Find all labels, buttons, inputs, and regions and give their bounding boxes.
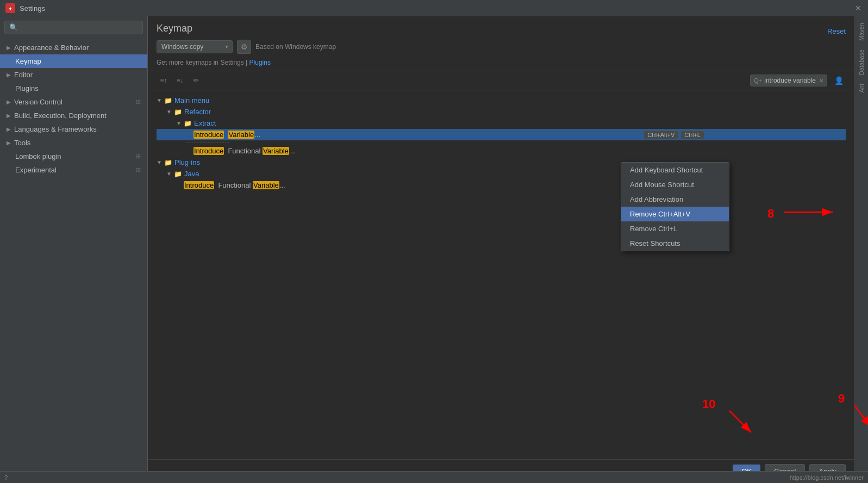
plugins-link[interactable]: Plugins (249, 59, 271, 66)
based-on-text: Based on Windows keymap (255, 43, 336, 51)
right-panel: Maven Database Ant (854, 16, 868, 483)
toolbar-btn-2[interactable]: ≡↓ (173, 75, 187, 86)
toolbar: ≡↑ ≡↓ ✏ Q+ introduce variable ✕ 👤 (148, 71, 854, 90)
context-menu-add-mouse[interactable]: Add Mouse Shortcut (621, 177, 729, 192)
sidebar-nav: ▶ Appearance & Behavior Keymap ▶ Editor … (0, 39, 147, 483)
folder-icon: 📁 (164, 97, 172, 104)
tree-node-introduce-variable[interactable]: Introduce Variable... Ctrl+Alt+V Ctrl+L (157, 129, 846, 140)
window-title: Settings (20, 4, 854, 13)
context-menu-reset-shortcuts[interactable]: Reset Shortcuts (621, 236, 729, 251)
help-icon[interactable]: ? (4, 474, 8, 481)
tree-node-introduce-functional2[interactable]: Introduce Functional Variable... (157, 179, 846, 191)
toolbar-btn-1[interactable]: ≡↑ (157, 75, 171, 86)
content-area: Keymap Reset Windows copy ⚙ Based on Win… (148, 16, 854, 483)
search-clear-button[interactable]: ✕ (819, 78, 823, 84)
sidebar-search[interactable]: 🔍 (4, 21, 143, 34)
keymap-dropdown[interactable]: Windows copy (157, 40, 233, 53)
shortcut-badge-ctrl-alt-v: Ctrl+Alt+V (644, 131, 678, 139)
tree-label-introduce-functional2: Introduce Functional Variable... (184, 181, 285, 189)
right-panel-tab-database[interactable]: Database (857, 45, 866, 79)
reset-link[interactable]: Reset (827, 27, 846, 35)
sidebar-item-build[interactable]: ▶ Build, Execution, Deployment (0, 109, 147, 122)
status-bar: ? https://blog.csdn.net/iwinner (0, 471, 868, 483)
sidebar: 🔍 ▶ Appearance & Behavior Keymap ▶ Edito… (0, 16, 148, 483)
folder-icon-refactor: 📁 (174, 108, 182, 116)
sidebar-search-input[interactable] (20, 24, 138, 32)
status-url: https://blog.csdn.net/iwinner (790, 474, 864, 481)
tree-label-main-menu: Main menu (174, 96, 209, 104)
sidebar-item-appearance[interactable]: ▶ Appearance & Behavior (0, 41, 147, 54)
plugins-link-text: Get more keymaps in Settings | (157, 59, 249, 66)
shortcut-badge-ctrl-l: Ctrl+L (680, 131, 704, 139)
tree-label-plugins: Plug-ins (174, 158, 200, 166)
sidebar-item-languages[interactable]: ▶ Languages & Frameworks (0, 122, 147, 136)
tree-node-extract[interactable]: ▼ 📁 Extract (157, 117, 846, 129)
tree-label-introduce-variable: Introduce Variable... (193, 131, 260, 139)
title-bar: ♦ Settings ✕ (0, 0, 868, 16)
tree-node-main-menu[interactable]: ▼ 📁 Main menu (157, 95, 846, 106)
search-field[interactable]: Q+ introduce variable ✕ (750, 75, 827, 86)
tree-label-java: Java (184, 170, 199, 178)
sidebar-item-experimental[interactable]: Experimental ⊞ (0, 163, 147, 177)
sidebar-item-editor[interactable]: ▶ Editor (0, 68, 147, 82)
sidebar-item-keymap[interactable]: Keymap (0, 54, 147, 68)
folder-icon-plugins: 📁 (164, 159, 172, 166)
sidebar-item-version-control[interactable]: ▶ Version Control ⊞ (0, 95, 147, 109)
context-menu-remove-ctrl-l[interactable]: Remove Ctrl+L (621, 221, 729, 236)
app-icon: ♦ (5, 3, 15, 13)
sidebar-item-plugins[interactable]: Plugins (0, 82, 147, 95)
context-menu-add-keyboard[interactable]: Add Keyboard Shortcut (621, 163, 729, 177)
page-title: Keymap (157, 23, 192, 34)
content-header: Keymap Reset Windows copy ⚙ Based on Win… (148, 16, 854, 71)
tree-shortcut-introduce-variable: Ctrl+Alt+V Ctrl+L (644, 131, 704, 139)
tree-node-introduce-functional[interactable]: Introduce Functional Variable... (157, 145, 846, 157)
sidebar-item-lombok[interactable]: Lombok plugin ⊞ (0, 150, 147, 163)
folder-icon-extract: 📁 (184, 120, 192, 127)
search-field-value: introduce variable (764, 77, 816, 84)
tree-node-java[interactable]: ▼ 📁 Java (157, 168, 846, 179)
search-icon: 🔍 (9, 23, 18, 32)
context-menu-add-abbreviation[interactable]: Add Abbreviation (621, 192, 729, 207)
toolbar-btn-edit[interactable]: ✏ (189, 75, 203, 86)
context-menu: Add Keyboard Shortcut Add Mouse Shortcut… (621, 162, 729, 251)
tree-node-plugins[interactable]: ▼ 📁 Plug-ins (157, 157, 846, 168)
user-button[interactable]: 👤 (832, 75, 846, 86)
context-menu-remove-ctrl-alt-v[interactable]: Remove Ctrl+Alt+V (621, 207, 729, 221)
tree-node-refactor[interactable]: ▼ 📁 Refactor (157, 106, 846, 117)
tree-label-extract: Extract (194, 119, 216, 127)
tree-separator (157, 143, 846, 143)
sidebar-item-tools[interactable]: ▶ Tools (0, 136, 147, 150)
tree-area: ▼ 📁 Main menu ▼ 📁 Refactor ▼ 📁 Extract I… (148, 90, 854, 459)
tree-label-refactor: Refactor (184, 108, 211, 116)
search-field-icon: Q+ (754, 77, 762, 84)
close-button[interactable]: ✕ (854, 4, 863, 13)
tree-label-introduce-functional: Introduce Functional Variable... (193, 147, 295, 155)
gear-button[interactable]: ⚙ (237, 40, 251, 54)
right-panel-tab-maven[interactable]: Maven (857, 18, 866, 45)
right-panel-tab-ant[interactable]: Ant (857, 79, 866, 97)
folder-icon-java: 📁 (174, 170, 182, 178)
